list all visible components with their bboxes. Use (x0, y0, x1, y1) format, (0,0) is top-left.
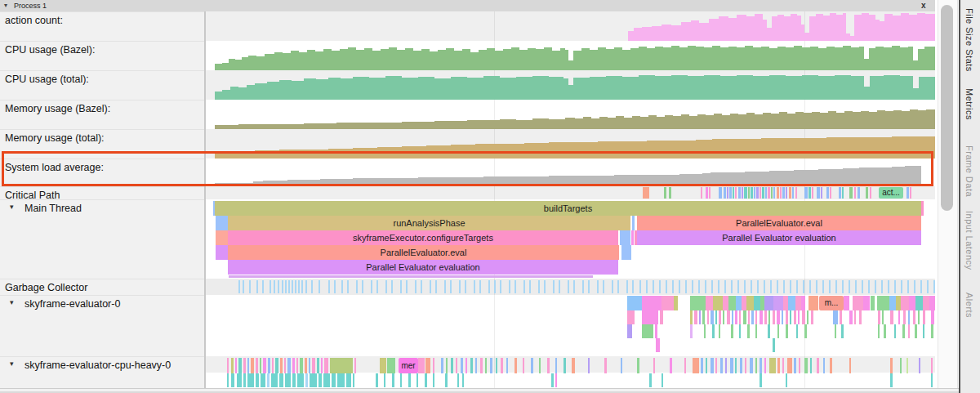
cpu-heavy-span[interactable] (441, 358, 443, 373)
gc-event-tick[interactable] (249, 280, 251, 293)
gc-event-tick[interactable] (514, 280, 516, 293)
cpu-heavy-span[interactable] (237, 373, 242, 387)
vertical-scrollbar-thumb[interactable] (941, 5, 953, 211)
critical-path-span[interactable] (744, 187, 747, 199)
cpu-heavy-span[interactable] (480, 358, 483, 373)
cpu-heavy-span[interactable] (735, 358, 737, 373)
cpu-heavy-span[interactable] (271, 373, 278, 387)
critical-path-span[interactable] (812, 187, 813, 199)
gc-event-tick[interactable] (238, 280, 240, 293)
evaluator0-span[interactable] (755, 310, 757, 324)
gc-event-tick[interactable] (639, 280, 641, 293)
chevron-down-icon[interactable]: ▾ (10, 203, 14, 211)
cpu-heavy-span[interactable] (261, 373, 265, 387)
cpu-heavy-span[interactable] (890, 373, 893, 387)
evaluator0-span[interactable] (931, 324, 933, 338)
gc-event-tick[interactable] (875, 280, 876, 293)
trace-span[interactable]: Parallel Evaluator evaluation (637, 230, 921, 245)
evaluator0-span[interactable] (854, 310, 856, 324)
cpu-heavy-span[interactable] (337, 373, 345, 387)
evaluator0-span[interactable] (902, 324, 905, 338)
gc-event-tick[interactable] (292, 280, 293, 293)
cpu-heavy-span[interactable] (227, 373, 229, 387)
evaluator0-span[interactable] (898, 310, 900, 324)
critical-path-span[interactable] (906, 187, 909, 199)
cpu-heavy-span[interactable] (931, 358, 933, 373)
evaluator0-span[interactable] (642, 310, 658, 324)
cpu-heavy-span[interactable] (392, 373, 394, 387)
evaluator0-span[interactable] (811, 310, 813, 324)
evaluator0-span[interactable] (890, 310, 893, 324)
cpu-heavy-span[interactable] (310, 373, 317, 387)
cpu-heavy-span[interactable] (297, 373, 304, 387)
critical-path-span[interactable] (826, 187, 829, 199)
gc-event-tick[interactable] (288, 280, 290, 293)
evaluator0-span[interactable] (923, 310, 925, 324)
evaluator0-span[interactable] (723, 296, 728, 310)
gc-event-tick[interactable] (612, 280, 613, 293)
critical-path-span[interactable] (780, 187, 782, 199)
gc-event-tick[interactable] (301, 280, 303, 293)
gc-event-tick[interactable] (894, 280, 896, 293)
cpu-heavy-span[interactable] (309, 358, 310, 373)
cpu-heavy-span[interactable] (446, 358, 448, 373)
trace-span-fragment[interactable] (216, 216, 228, 230)
cpu-heavy-span[interactable] (649, 373, 652, 387)
gc-event-tick[interactable] (356, 280, 358, 293)
cpu-heavy-span[interactable] (247, 358, 249, 373)
gc-event-tick[interactable] (783, 280, 785, 293)
cpu-heavy-span[interactable] (400, 373, 402, 387)
track-row-label[interactable]: CPU usage (Bazel): (0, 41, 204, 70)
cpu-heavy-span[interactable] (804, 358, 808, 373)
evaluator0-span[interactable] (884, 324, 886, 338)
evaluator0-span[interactable] (871, 296, 875, 310)
cpu-heavy-span[interactable] (551, 373, 554, 387)
evaluator0-span[interactable] (694, 310, 697, 324)
evaluator0-labeled-span[interactable]: m... (819, 296, 844, 310)
cpu-heavy-span[interactable] (321, 358, 323, 373)
evaluator0-span[interactable] (913, 310, 915, 324)
track-row-label[interactable]: Garbage Collector (0, 279, 204, 295)
gc-event-tick[interactable] (855, 280, 857, 293)
gc-event-tick[interactable] (285, 280, 287, 293)
evaluator0-span[interactable] (723, 310, 724, 324)
gc-event-tick[interactable] (666, 280, 667, 293)
close-icon[interactable]: x (921, 0, 926, 11)
cpu-heavy-span[interactable] (710, 358, 714, 373)
gc-event-tick[interactable] (731, 280, 733, 293)
gc-event-tick[interactable] (494, 280, 496, 293)
evaluator0-span[interactable] (833, 310, 838, 324)
gc-event-tick[interactable] (430, 280, 431, 293)
cpu-heavy-span[interactable] (506, 358, 508, 373)
gc-event-tick[interactable] (400, 280, 402, 293)
critical-path-span[interactable] (842, 187, 844, 199)
cpu-heavy-span[interactable] (787, 358, 792, 373)
critical-path-span[interactable] (729, 187, 732, 199)
critical-path-span[interactable] (664, 187, 666, 199)
cpu-heavy-span[interactable] (300, 358, 303, 373)
trace-span-fragment[interactable] (921, 201, 924, 216)
cpu-heavy-span[interactable] (764, 358, 766, 373)
gc-event-tick[interactable] (559, 280, 560, 293)
gc-event-tick[interactable] (849, 280, 850, 293)
cpu-heavy-span[interactable] (769, 358, 776, 373)
evaluator0-span[interactable] (719, 310, 721, 324)
gc-event-tick[interactable] (588, 280, 590, 293)
evaluator0-span[interactable] (804, 324, 807, 338)
gc-event-tick[interactable] (553, 280, 555, 293)
gc-event-tick[interactable] (617, 280, 619, 293)
evaluator0-span[interactable] (918, 310, 920, 324)
cpu-heavy-span[interactable] (900, 358, 902, 373)
evaluator0-span[interactable] (768, 324, 770, 338)
gc-event-tick[interactable] (927, 280, 929, 293)
cpu-heavy-span[interactable] (466, 358, 467, 373)
gc-event-tick[interactable] (933, 280, 935, 293)
cpu-heavy-span[interactable] (425, 373, 427, 387)
critical-path-span[interactable] (782, 187, 785, 199)
gc-event-tick[interactable] (444, 280, 446, 293)
evaluator0-span[interactable] (690, 324, 693, 338)
critical-path-span[interactable] (709, 187, 710, 199)
cpu-heavy-span[interactable] (760, 358, 762, 373)
gc-event-tick[interactable] (270, 280, 271, 293)
critical-path-span[interactable] (854, 187, 856, 199)
